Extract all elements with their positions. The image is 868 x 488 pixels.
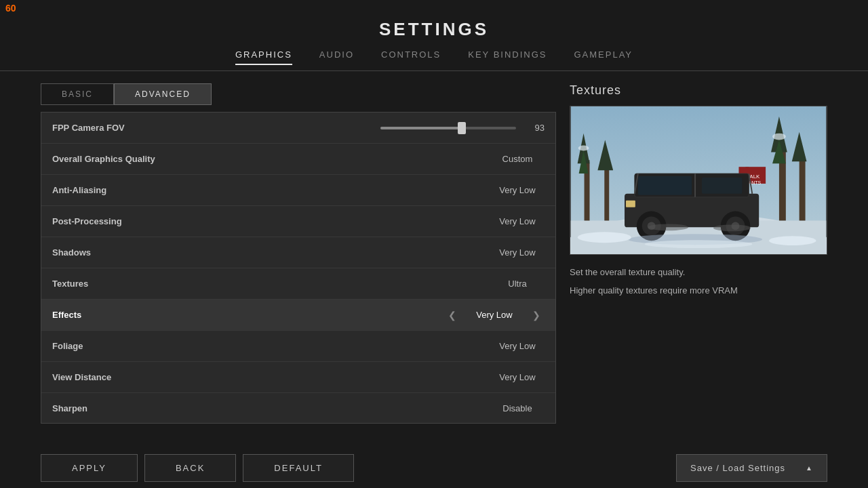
svg-rect-22 [638, 176, 692, 195]
setting-fpp-camera-fov: FPP Camera FOV 93 [41, 113, 555, 144]
setting-value-view-distance: Very Low [490, 372, 545, 382]
setting-value-container-aa: Very Low [490, 185, 545, 195]
setting-value-container-vd: Very Low [490, 372, 545, 382]
nav-tabs: GRAPHICS AUDIO CONTROLS KEY BINDINGS GAM… [0, 49, 868, 71]
setting-value-overall-graphics: Custom [490, 154, 545, 164]
svg-rect-11 [800, 157, 806, 220]
setting-name-post-processing: Post-Processing [52, 216, 122, 226]
texture-desc-line2: Higher quality textures require more VRA… [570, 284, 827, 298]
setting-value-container-textures: Ultra [490, 279, 545, 289]
setting-effects: Effects ❮ Very Low ❯ [41, 300, 555, 331]
setting-value-container-foliage: Very Low [490, 341, 545, 351]
chevron-up-icon: ▲ [806, 464, 813, 472]
svg-point-38 [769, 236, 816, 245]
svg-point-34 [713, 224, 751, 231]
svg-point-39 [645, 240, 753, 248]
effects-arrow-left[interactable]: ❮ [444, 308, 460, 322]
subtab-basic[interactable]: BASIC [41, 83, 114, 105]
tab-gameplay[interactable]: GAMEPLAY [574, 49, 633, 64]
svg-point-15 [578, 145, 589, 150]
subtab-advanced[interactable]: ADVANCED [114, 83, 212, 105]
save-load-button[interactable]: Save / Load Settings ▲ [676, 454, 827, 482]
svg-rect-35 [626, 201, 635, 207]
setting-anti-aliasing: Anti-Aliasing Very Low [41, 175, 555, 206]
setting-name-sharpen: Sharpen [52, 403, 87, 413]
setting-value-container-effects: ❮ Very Low ❯ [444, 308, 545, 322]
setting-value-anti-aliasing: Very Low [490, 185, 545, 195]
slider-thumb[interactable] [458, 122, 466, 134]
setting-value-foliage: Very Low [490, 341, 545, 351]
svg-point-14 [772, 134, 786, 140]
setting-value-sharpen: Disable [490, 403, 545, 413]
setting-value-container-sharpen: Disable [490, 403, 545, 413]
texture-preview-image: WALK GIANTS [570, 106, 827, 255]
save-load-label: Save / Load Settings [690, 463, 785, 473]
setting-value-container-shadows: Very Low [490, 247, 545, 258]
setting-value-textures: Ultra [490, 279, 545, 289]
setting-name-effects: Effects [52, 310, 81, 320]
sub-tabs: BASIC ADVANCED [41, 83, 556, 105]
fps-counter: 60 [5, 3, 16, 14]
setting-value-container-pp: Very Low [490, 216, 545, 226]
main-content: BASIC ADVANCED FPP Camera FOV 93 Overall… [0, 83, 868, 424]
tab-audio[interactable]: AUDIO [319, 49, 354, 64]
settings-title: SETTINGS [0, 0, 868, 40]
setting-name-fpp-camera-fov: FPP Camera FOV [52, 123, 125, 133]
setting-foliage: Foliage Very Low [41, 331, 555, 362]
slider-track[interactable] [380, 127, 516, 129]
setting-post-processing: Post-Processing Very Low [41, 206, 555, 237]
settings-list: FPP Camera FOV 93 Overall Graphics Quali… [41, 112, 556, 424]
svg-point-37 [578, 232, 631, 243]
setting-value-container: Custom [490, 154, 545, 164]
setting-value-shadows: Very Low [490, 247, 545, 258]
texture-desc-line1: Set the overall texture quality. [570, 266, 827, 280]
back-button[interactable]: BACK [144, 454, 236, 482]
setting-name-shadows: Shadows [52, 247, 91, 258]
setting-name-view-distance: View Distance [52, 372, 111, 382]
slider-fpp-camera-fov[interactable]: 93 [125, 123, 545, 133]
texture-description: Set the overall texture quality. Higher … [570, 266, 827, 298]
right-panel: Textures [570, 83, 827, 424]
setting-name-foliage: Foliage [52, 341, 83, 351]
slider-value-fpp: 93 [524, 123, 545, 133]
setting-shadows: Shadows Very Low [41, 237, 555, 268]
slider-fill [380, 127, 462, 129]
setting-value-post-processing: Very Low [490, 216, 545, 226]
svg-rect-6 [604, 167, 609, 220]
apply-button[interactable]: APPLY [41, 454, 138, 482]
setting-value-effects: Very Low [467, 310, 521, 320]
svg-point-33 [648, 224, 688, 230]
effects-arrow-right[interactable]: ❯ [528, 308, 545, 322]
tab-key-bindings[interactable]: KEY BINDINGS [468, 49, 547, 64]
tab-controls[interactable]: CONTROLS [381, 49, 441, 64]
texture-preview-title: Textures [570, 83, 827, 98]
setting-view-distance: View Distance Very Low [41, 362, 555, 393]
bottom-bar: APPLY BACK DEFAULT Save / Load Settings … [0, 447, 868, 488]
tab-graphics[interactable]: GRAPHICS [235, 49, 292, 64]
svg-rect-23 [702, 178, 742, 194]
setting-name-overall-graphics: Overall Graphics Quality [52, 154, 155, 164]
left-panel: BASIC ADVANCED FPP Camera FOV 93 Overall… [41, 83, 556, 424]
default-button[interactable]: DEFAULT [243, 454, 354, 482]
setting-sharpen: Sharpen Disable [41, 393, 555, 424]
setting-textures: Textures Ultra [41, 268, 555, 300]
setting-name-anti-aliasing: Anti-Aliasing [52, 185, 106, 195]
setting-overall-graphics: Overall Graphics Quality Custom [41, 144, 555, 175]
setting-name-textures: Textures [52, 279, 88, 289]
